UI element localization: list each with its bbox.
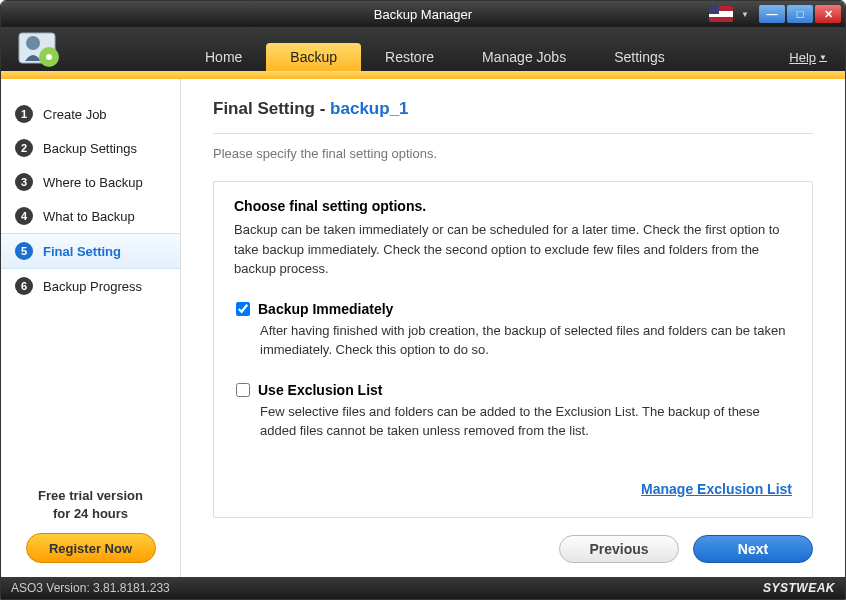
- panel-description: Backup can be taken immediately or can b…: [234, 220, 792, 279]
- backup-immediately-desc: After having finished with job creation,…: [260, 321, 792, 360]
- title-bar: Backup Manager ▼ — □ ✕: [1, 1, 845, 27]
- maximize-button[interactable]: □: [787, 5, 813, 23]
- step-backup-progress[interactable]: 6Backup Progress: [1, 269, 180, 303]
- help-link[interactable]: Help ▼: [789, 43, 835, 71]
- main-content: Final Setting - backup_1 Please specify …: [181, 79, 845, 577]
- toolbar-accent-strip: [1, 71, 845, 79]
- tab-backup[interactable]: Backup: [266, 43, 361, 71]
- page-subtitle: Please specify the final setting options…: [213, 146, 813, 161]
- brand-label: SYSTWEAK: [763, 581, 835, 595]
- step-where-to-backup[interactable]: 3Where to Backup: [1, 165, 180, 199]
- svg-point-1: [26, 36, 40, 50]
- app-logo-icon: [15, 29, 69, 69]
- backup-immediately-checkbox[interactable]: [236, 302, 250, 316]
- main-toolbar: Home Backup Restore Manage Jobs Settings…: [1, 27, 845, 71]
- previous-button[interactable]: Previous: [559, 535, 679, 563]
- chevron-down-icon: ▼: [819, 53, 827, 62]
- minimize-button[interactable]: —: [759, 5, 785, 23]
- use-exclusion-list-checkbox[interactable]: [236, 383, 250, 397]
- tab-settings[interactable]: Settings: [590, 43, 689, 71]
- help-label: Help: [789, 50, 816, 65]
- options-panel: Choose final setting options. Backup can…: [213, 181, 813, 518]
- divider: [213, 133, 813, 134]
- language-dropdown-icon[interactable]: ▼: [741, 10, 749, 19]
- backup-immediately-label: Backup Immediately: [258, 301, 393, 317]
- option-backup-immediately: Backup Immediately After having finished…: [234, 301, 792, 360]
- step-create-job[interactable]: 1Create Job: [1, 97, 180, 131]
- job-name: backup_1: [330, 99, 408, 118]
- use-exclusion-list-desc: Few selective files and folders can be a…: [260, 402, 792, 441]
- main-tabs: Home Backup Restore Manage Jobs Settings: [181, 39, 689, 71]
- use-exclusion-list-label: Use Exclusion List: [258, 382, 382, 398]
- window-title: Backup Manager: [374, 7, 472, 22]
- svg-point-3: [46, 54, 52, 60]
- manage-exclusion-list-link[interactable]: Manage Exclusion List: [234, 481, 792, 497]
- status-bar: ASO3 Version: 3.81.8181.233 SYSTWEAK: [1, 577, 845, 599]
- trial-notice: Free trial version for 24 hours: [1, 487, 180, 533]
- tab-manage-jobs[interactable]: Manage Jobs: [458, 43, 590, 71]
- wizard-nav-buttons: Previous Next: [213, 525, 813, 563]
- step-backup-settings[interactable]: 2Backup Settings: [1, 131, 180, 165]
- tab-home[interactable]: Home: [181, 43, 266, 71]
- version-label: ASO3 Version: 3.81.8181.233: [11, 581, 170, 595]
- step-final-setting[interactable]: 5Final Setting: [1, 233, 180, 269]
- next-button[interactable]: Next: [693, 535, 813, 563]
- tab-restore[interactable]: Restore: [361, 43, 458, 71]
- option-use-exclusion-list: Use Exclusion List Few selective files a…: [234, 382, 792, 441]
- register-now-button[interactable]: Register Now: [26, 533, 156, 563]
- close-button[interactable]: ✕: [815, 5, 841, 23]
- step-what-to-backup[interactable]: 4What to Backup: [1, 199, 180, 233]
- language-flag-icon[interactable]: [709, 6, 733, 22]
- wizard-sidebar: 1Create Job 2Backup Settings 3Where to B…: [1, 79, 181, 577]
- page-title: Final Setting - backup_1: [213, 99, 813, 119]
- panel-heading: Choose final setting options.: [234, 198, 792, 214]
